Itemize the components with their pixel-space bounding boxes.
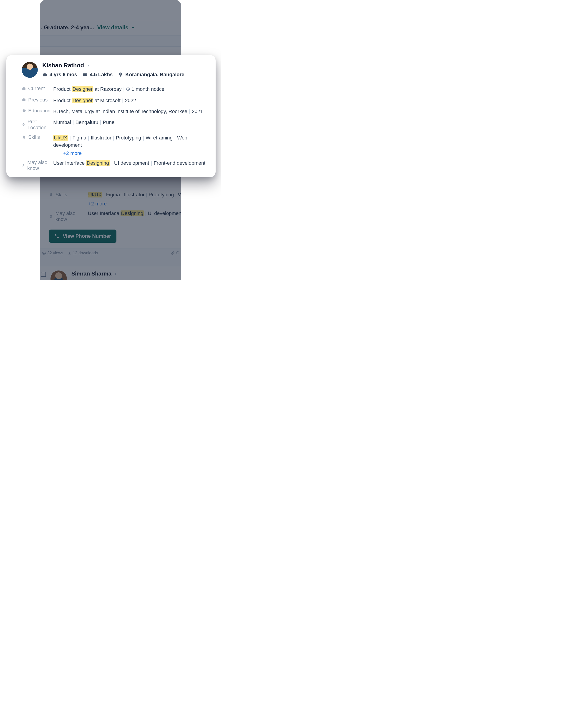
view-phone-button[interactable]: View Phone Number (49, 230, 116, 243)
badge-icon (22, 135, 26, 139)
bg-skills-more-link[interactable]: +2 more (40, 200, 181, 209)
svg-point-1 (50, 215, 52, 216)
bg-candidate-card-2[interactable]: Simran Sharma 4 yrs 6 mos 4.5 Lakhs Kora… (40, 266, 181, 280)
svg-rect-10 (43, 74, 47, 76)
bg-header-blank (40, 0, 181, 20)
location-icon (118, 72, 123, 77)
chevron-right-icon (87, 64, 90, 67)
pref-location-value: Mumbai|Bengaluru|Pune (53, 119, 210, 126)
current-label: Current (12, 86, 53, 91)
may-also-know-label: May also know (12, 159, 53, 171)
briefcase-icon (42, 72, 47, 77)
skills-more-link[interactable]: +2 more (12, 150, 210, 158)
ctc: 4.5 Lakhs (83, 72, 113, 78)
bg-skills-value: UI/UX|Figma|Illustrator|Prototyping|Wire (88, 192, 181, 198)
location-icon (22, 123, 25, 127)
bg-mayknow-label: May also know (49, 210, 88, 222)
location-icon (145, 280, 149, 280)
view-phone-label: View Phone Number (63, 233, 111, 239)
candidate-name: Kishan Rathod (42, 62, 84, 69)
wallet-icon (83, 72, 88, 77)
skills-row: Skills UI/UX|Figma|Illustrator|Prototypi… (12, 132, 210, 151)
paperclip-icon (171, 251, 175, 255)
svg-point-17 (23, 124, 24, 124)
bg-skills-label: Skills (49, 192, 88, 198)
candidate-meta: 4 yrs 6 mos 4.5 Lakhs Koramangala, Banga… (42, 72, 210, 78)
candidate-name-link[interactable]: Simran Sharma (71, 271, 117, 277)
badge-icon (22, 163, 25, 167)
views-count: 32 views (42, 251, 63, 255)
briefcase-icon (22, 98, 26, 102)
bg-card-footer: 32 views 12 downloads C (40, 248, 181, 258)
chevron-right-icon (114, 272, 117, 276)
chevron-down-icon (130, 25, 135, 30)
svg-rect-16 (22, 99, 26, 101)
phone-icon (54, 234, 59, 239)
candidate-card-expanded: Kishan Rathod 4 yrs 6 mos 4.5 Lakhs Kora… (6, 55, 216, 177)
education-label: Education (12, 108, 53, 114)
skills-value: UI/UX|Figma|Illustrator|Prototyping|Wire… (53, 134, 210, 149)
pref-location-label: Pref. Location (12, 119, 53, 131)
clock-icon (126, 87, 130, 91)
current-row: Current Product Designer at Razorpay|1 m… (12, 84, 210, 95)
pref-location-row: Pref. Location Mumbai|Bengaluru|Pune (12, 117, 210, 132)
previous-value: Product Designer at Microsoft|2022 (53, 97, 210, 104)
skill-highlight: UI/UX (88, 192, 102, 198)
svg-point-12 (86, 74, 86, 75)
badge-icon (49, 214, 53, 218)
avatar (22, 62, 38, 78)
download-icon (67, 251, 71, 255)
previous-row: Previous Product Designer at Microsoft|2… (12, 95, 210, 106)
may-also-know-value: User Interface Designing|UI development|… (53, 159, 210, 167)
select-candidate-checkbox[interactable] (41, 272, 46, 277)
bg-skills-row: Skills UI/UX|Figma|Illustrator|Prototypi… (40, 190, 181, 200)
svg-point-19 (23, 164, 24, 166)
bg-mayknow-value: User Interface Designing|UI development| (88, 210, 181, 222)
briefcase-icon (71, 280, 76, 280)
filter-summary-text: , Graduate, 2-4 yea... (41, 24, 94, 31)
select-candidate-checkbox[interactable] (12, 63, 17, 68)
svg-rect-14 (22, 88, 26, 90)
svg-point-2 (43, 252, 45, 254)
current-value: Product Designer at Razorpay|1 month not… (53, 86, 210, 93)
svg-point-18 (23, 135, 25, 137)
previous-label: Previous (12, 97, 53, 103)
skills-label: Skills (12, 134, 53, 140)
wallet-icon (110, 280, 115, 280)
graduation-cap-icon (22, 109, 26, 113)
downloads-count: 12 downloads (67, 251, 98, 255)
location: Koramangala, Bangalore (118, 72, 184, 78)
education-value: B.Tech, Metallurgy at Indian Institute o… (53, 108, 210, 115)
svg-point-13 (120, 74, 121, 75)
bg-mayknow-row: May also know User Interface Designing|U… (40, 209, 181, 224)
view-details-link[interactable]: View details (97, 24, 135, 31)
badge-icon (49, 193, 53, 197)
avatar (50, 271, 67, 280)
candidate-meta: 4 yrs 6 mos 4.5 Lakhs Koramangala, Ban (71, 279, 181, 280)
candidate-name-link[interactable]: Kishan Rathod (42, 62, 210, 69)
briefcase-icon (22, 86, 26, 90)
attachment-indicator: C (171, 251, 179, 255)
eye-icon (42, 251, 46, 255)
filter-summary-bar[interactable]: , Graduate, 2-4 yea... View details (40, 20, 181, 36)
view-details-label: View details (97, 24, 128, 31)
may-also-know-row: May also know User Interface Designing|U… (12, 158, 210, 173)
svg-point-0 (50, 193, 52, 195)
education-row: Education B.Tech, Metallurgy at Indian I… (12, 106, 210, 117)
experience: 4 yrs 6 mos (42, 72, 77, 78)
